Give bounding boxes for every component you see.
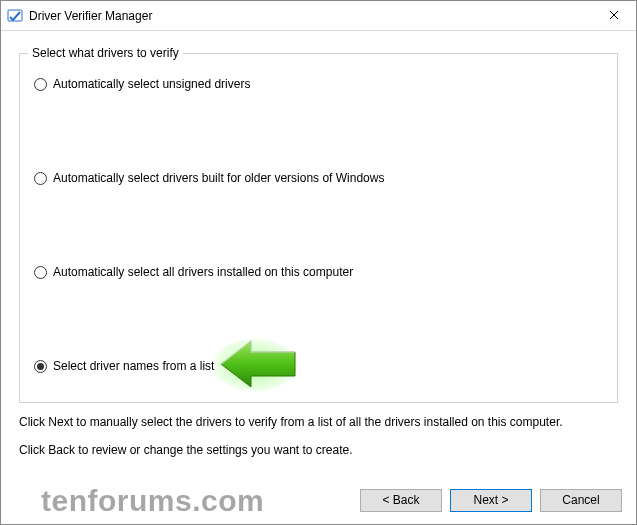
wizard-button-row: < Back Next > Cancel (1, 476, 636, 524)
hint-text-2: Click Back to review or change the setti… (19, 443, 618, 457)
titlebar: Driver Verifier Manager (1, 1, 636, 31)
radio-icon (34, 78, 47, 91)
group-legend: Select what drivers to verify (28, 46, 183, 60)
radio-label: Automatically select unsigned drivers (53, 76, 250, 92)
verifier-app-icon (7, 8, 23, 24)
close-icon (609, 9, 619, 23)
radio-all-installed-drivers[interactable]: Automatically select all drivers install… (34, 264, 603, 280)
close-button[interactable] (591, 1, 636, 31)
radio-icon (34, 172, 47, 185)
next-button[interactable]: Next > (450, 489, 532, 512)
svg-rect-0 (8, 10, 22, 21)
radio-label: Automatically select all drivers install… (53, 264, 353, 280)
radio-unsigned-drivers[interactable]: Automatically select unsigned drivers (34, 76, 603, 92)
dialog-content: Select what drivers to verify Automatica… (1, 31, 636, 476)
radio-older-windows-drivers[interactable]: Automatically select drivers built for o… (34, 170, 603, 186)
radio-icon (34, 360, 47, 373)
hint-text-1: Click Next to manually select the driver… (19, 415, 618, 429)
radio-label: Select driver names from a list (53, 358, 214, 374)
radio-select-from-list[interactable]: Select driver names from a list (34, 358, 603, 374)
cancel-button[interactable]: Cancel (540, 489, 622, 512)
back-button[interactable]: < Back (360, 489, 442, 512)
radio-icon (34, 266, 47, 279)
radio-label: Automatically select drivers built for o… (53, 170, 384, 186)
window-title: Driver Verifier Manager (29, 9, 591, 23)
drivers-to-verify-group: Select what drivers to verify Automatica… (19, 53, 618, 403)
